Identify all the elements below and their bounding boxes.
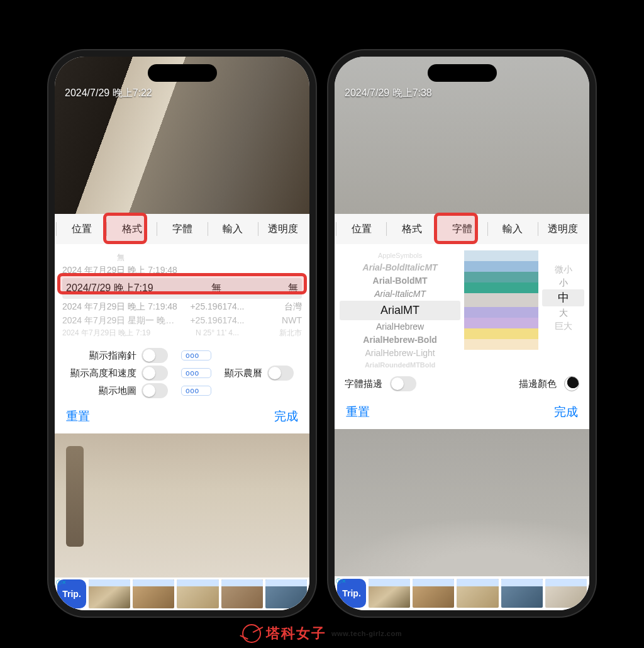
tab-font[interactable]: 字體 bbox=[157, 222, 207, 236]
ad-info-icon[interactable]: ⓘ✕ bbox=[56, 579, 64, 586]
ad-thumb[interactable] bbox=[545, 579, 587, 608]
color-swatch[interactable] bbox=[464, 339, 538, 350]
site-watermark: 塔科女子 www.tech-girlz.com bbox=[242, 624, 402, 643]
ad-thumb[interactable] bbox=[369, 579, 410, 608]
compass-label: 顯示指南針 bbox=[62, 350, 136, 362]
tab-input[interactable]: 輸入 bbox=[487, 222, 538, 236]
altitude-toggle[interactable] bbox=[142, 366, 168, 381]
picker-c1: 無 bbox=[62, 252, 180, 264]
ad-thumb[interactable] bbox=[413, 579, 454, 608]
phone-right: 2024/7/29 晚上7:38 位置 格式 字體 輸入 透明度 AppleSy… bbox=[328, 50, 596, 617]
ad-thumb[interactable] bbox=[457, 579, 498, 608]
editor-panel: 位置 格式 字體 輸入 透明度 無 2024 年7月29日 晚上 7:19:48 bbox=[55, 214, 309, 433]
color-swatch[interactable] bbox=[464, 318, 538, 328]
ad-thumb[interactable] bbox=[265, 579, 307, 608]
outline-row: 字體描邊 描邊顏色 bbox=[338, 371, 586, 394]
format-picker[interactable]: 無 2024 年7月29日 晚上 7:19:48 2024/7/29 晚上7:1… bbox=[58, 249, 306, 342]
font-color-picker[interactable] bbox=[464, 250, 538, 370]
ooo-3[interactable]: ooo bbox=[181, 386, 212, 396]
camera-preview-lower bbox=[55, 433, 309, 577]
ad-banner[interactable]: ⓘ✕ Trip. bbox=[55, 578, 309, 610]
outline-label: 字體描邊 bbox=[345, 378, 382, 390]
planet-icon bbox=[242, 624, 261, 643]
color-swatch[interactable] bbox=[464, 293, 538, 307]
reset-button[interactable]: 重置 bbox=[346, 404, 370, 420]
action-bar: 重置 完成 bbox=[55, 402, 309, 433]
map-toggle[interactable] bbox=[142, 383, 168, 398]
done-button[interactable]: 完成 bbox=[274, 408, 298, 425]
editor-panel: 位置 格式 字體 輸入 透明度 AppleSymbols Arial-BoldI… bbox=[335, 214, 589, 429]
lunar-label: 顯示農曆 bbox=[216, 367, 262, 379]
panel-body: AppleSymbols Arial-BoldItalicMT Arial-Bo… bbox=[335, 244, 589, 398]
camera-preview-lower bbox=[335, 429, 589, 576]
tab-opacity[interactable]: 透明度 bbox=[258, 222, 308, 236]
panel-body: 無 2024 年7月29日 晚上 7:19:48 2024/7/29 晚上7:1… bbox=[55, 244, 309, 402]
tab-input[interactable]: 輸入 bbox=[208, 222, 258, 236]
picker-selected-row: 2024/7/29 晚上7:19 無 無 bbox=[62, 278, 302, 299]
tab-format[interactable]: 格式 bbox=[106, 222, 157, 236]
size-selected: 中 bbox=[542, 289, 584, 306]
overlay-timestamp: 2024/7/29 晚上7:22 bbox=[65, 87, 152, 100]
screen-left: 2024/7/29 晚上7:22 位置 格式 字體 輸入 透明度 無 bbox=[55, 57, 309, 610]
ad-info-icon[interactable]: ⓘ✕ bbox=[336, 578, 343, 585]
outline-color-label: 描邊顏色 bbox=[519, 378, 557, 390]
ad-thumb[interactable] bbox=[501, 579, 543, 608]
color-swatch[interactable] bbox=[464, 250, 538, 261]
tab-format[interactable]: 格式 bbox=[386, 222, 436, 236]
watermark-title: 塔科女子 bbox=[266, 624, 326, 643]
font-size-picker[interactable]: 微小 小 中 大 巨大 bbox=[542, 250, 584, 370]
ooo-1[interactable]: ooo bbox=[181, 350, 212, 360]
toggles-grid: 顯示指南針 ooo 顯示高度和速度 ooo 顯示農曆 顯示地圖 ooo bbox=[58, 348, 306, 398]
tab-position[interactable]: 位置 bbox=[336, 222, 386, 236]
tab-font[interactable]: 字體 bbox=[436, 222, 487, 236]
font-picker-area: AppleSymbols Arial-BoldItalicMT Arial-Bo… bbox=[338, 249, 586, 371]
outline-toggle[interactable] bbox=[390, 376, 416, 391]
outline-color-picker[interactable] bbox=[564, 376, 579, 391]
dynamic-island bbox=[428, 64, 497, 82]
lunar-toggle[interactable] bbox=[267, 366, 294, 381]
tab-row: 位置 格式 字體 輸入 透明度 bbox=[335, 214, 589, 244]
done-button[interactable]: 完成 bbox=[554, 404, 578, 420]
color-swatch[interactable] bbox=[464, 272, 538, 282]
compass-toggle[interactable] bbox=[142, 348, 168, 363]
overlay-timestamp: 2024/7/29 晚上7:38 bbox=[345, 87, 432, 100]
tab-opacity[interactable]: 透明度 bbox=[538, 222, 588, 236]
color-swatch[interactable] bbox=[464, 282, 538, 293]
color-swatch[interactable] bbox=[464, 307, 538, 318]
action-bar: 重置 完成 bbox=[335, 398, 589, 429]
color-swatch[interactable] bbox=[464, 328, 538, 339]
ad-thumb[interactable] bbox=[89, 579, 130, 608]
phone-left: 2024/7/29 晚上7:22 位置 格式 字體 輸入 透明度 無 bbox=[48, 50, 316, 617]
font-selected: ArialMT bbox=[340, 301, 460, 320]
font-family-picker[interactable]: AppleSymbols Arial-BoldItalicMT Arial-Bo… bbox=[340, 250, 460, 370]
ad-thumb[interactable] bbox=[177, 579, 218, 608]
ad-thumb[interactable] bbox=[133, 579, 174, 608]
watermark-url: www.tech-girlz.com bbox=[331, 630, 402, 637]
tab-position[interactable]: 位置 bbox=[56, 222, 106, 236]
ooo-2[interactable]: ooo bbox=[181, 368, 212, 378]
tab-row: 位置 格式 字體 輸入 透明度 bbox=[55, 214, 309, 244]
picker-c1: 2024 年7月29日 晚上 7:19:48 bbox=[62, 264, 180, 277]
color-swatch[interactable] bbox=[464, 261, 538, 272]
ad-banner[interactable]: ⓘ✕ Trip. bbox=[335, 576, 589, 610]
ad-thumb[interactable] bbox=[221, 579, 263, 608]
screen-right: 2024/7/29 晚上7:38 位置 格式 字體 輸入 透明度 AppleSy… bbox=[335, 57, 589, 610]
altitude-label: 顯示高度和速度 bbox=[62, 367, 136, 379]
map-label: 顯示地圖 bbox=[62, 385, 136, 397]
reset-button[interactable]: 重置 bbox=[66, 408, 90, 425]
dynamic-island bbox=[148, 64, 217, 82]
